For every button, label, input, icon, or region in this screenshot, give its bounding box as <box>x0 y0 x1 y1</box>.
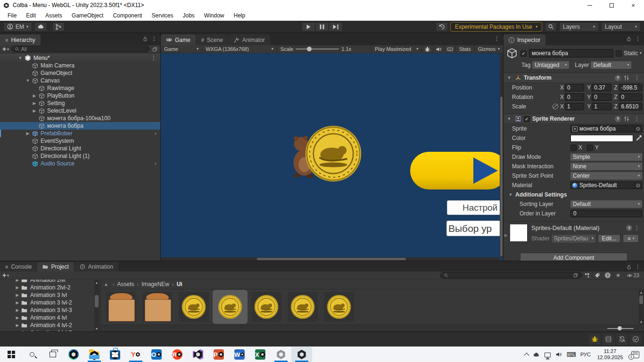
taskbar-app[interactable] <box>291 347 312 362</box>
scale-slider-thumb[interactable] <box>307 47 312 51</box>
gameobject-icon[interactable] <box>506 48 518 59</box>
asset-scrollbar[interactable]: ▲ ▼ <box>639 290 644 324</box>
layers-dropdown[interactable]: Layers▾ <box>559 22 599 32</box>
x-field[interactable]: 0 <box>565 93 584 101</box>
foldout-arrow[interactable] <box>31 108 38 113</box>
undo-history-button[interactable] <box>436 22 448 32</box>
tag-dropdown[interactable]: Untagged▾ <box>532 61 569 69</box>
menu-item[interactable]: Jobs <box>178 12 199 19</box>
folder-item[interactable]: Animation 4 lvl <box>0 314 100 321</box>
search-by-label-button[interactable] <box>592 272 603 279</box>
notification-center-icon[interactable]: 1 <box>631 351 639 358</box>
hidden-packages-toggle[interactable]: 23 <box>623 272 642 279</box>
task-view-button[interactable] <box>42 347 63 362</box>
asset-thumbnail[interactable] <box>288 292 318 322</box>
hierarchy-item[interactable]: Directional Light › <box>0 145 160 152</box>
asset-thumbnail[interactable] <box>215 292 245 322</box>
create-object-button[interactable]: +▾ <box>2 46 9 52</box>
y-field[interactable]: 0.37 <box>592 84 611 91</box>
asset-thumbnail[interactable] <box>142 292 173 322</box>
debug-bug-button[interactable] <box>422 45 433 53</box>
foldout-arrow[interactable] <box>31 101 38 106</box>
taskbar-app[interactable]: X <box>250 347 271 362</box>
breadcrumb-item[interactable]: › Ui <box>172 281 182 288</box>
clock[interactable]: 11:27 12.09.2025 <box>595 348 625 361</box>
foldout-arrow[interactable] <box>14 308 21 313</box>
asset-thumbnail[interactable] <box>324 292 354 322</box>
presets-icon[interactable] <box>623 74 630 81</box>
scrollbar-thumb[interactable] <box>639 296 643 304</box>
sprite-sort-point-dropdown[interactable]: Center▾ <box>570 172 642 180</box>
foldout-arrow[interactable] <box>506 75 512 80</box>
scroll-down-arrow[interactable]: ▼ <box>639 320 644 324</box>
folder-item[interactable]: Animation 3 lvl-3 <box>0 306 100 314</box>
lock-icon[interactable] <box>626 264 632 270</box>
volume-icon[interactable] <box>555 351 562 358</box>
z-field[interactable]: 6.6510 <box>619 103 642 110</box>
menu-item[interactable]: Component <box>108 12 147 19</box>
taskbar-app[interactable]: Я <box>167 347 188 362</box>
sorting-layer-dropdown[interactable]: Default▾ <box>570 200 642 208</box>
taskbar-search-button[interactable] <box>22 347 42 362</box>
cache-server-button[interactable] <box>603 334 614 345</box>
kebab-menu-icon[interactable]: ⋮ <box>632 225 642 231</box>
search-in-window-icon[interactable] <box>573 272 578 278</box>
favorites-button[interactable]: ★ <box>613 272 623 279</box>
taskbar-app[interactable] <box>188 347 208 362</box>
game-horizontal-scrollbar[interactable] <box>161 257 500 261</box>
tray-expand-chevron-icon[interactable] <box>524 353 529 358</box>
one-column-toggle-icon[interactable]: ▲ <box>102 282 110 287</box>
hierarchy-item[interactable]: Audio Source › <box>0 160 160 167</box>
scroll-down-arrow[interactable]: ▼ <box>94 326 99 331</box>
foldout-arrow[interactable] <box>14 280 21 282</box>
scale-slider[interactable] <box>296 47 339 51</box>
taskbar-app[interactable]: P <box>208 347 229 362</box>
transform-header[interactable]: Transform ? ⋮ <box>504 73 644 83</box>
background-tasks-button[interactable] <box>630 334 642 345</box>
foldout-arrow[interactable]: ▶ <box>504 233 508 238</box>
touch-keyboard-icon[interactable]: ⌨ <box>567 351 576 358</box>
folder-item[interactable]: Animation 4 lvl-3 <box>0 329 100 331</box>
settings-button[interactable]: Настрой <box>447 200 502 215</box>
menu-item[interactable]: Edit <box>21 12 41 19</box>
component-enabled-checkbox[interactable]: ✓ <box>524 116 530 122</box>
foldout-arrow[interactable] <box>14 300 21 305</box>
language-indicator[interactable]: РУС <box>580 352 591 357</box>
edit-shader-button[interactable]: Edit... <box>598 234 621 243</box>
sprite-renderer-header[interactable]: ✓ Sprite Renderer ? ⋮ <box>504 114 644 124</box>
scrollbar-thumb[interactable] <box>257 258 406 260</box>
material-object-field[interactable]: Sprites-Default ⊙ <box>570 181 642 189</box>
active-checkbox[interactable]: ✓ <box>520 50 527 57</box>
object-picker-icon[interactable]: ⊙ <box>634 126 640 132</box>
static-checkbox[interactable] <box>616 50 622 57</box>
x-field[interactable]: 1 <box>565 103 584 110</box>
asset-tile[interactable] <box>142 292 173 322</box>
restore-button[interactable] <box>601 0 622 10</box>
bottom-tab[interactable]: ≡ Animation <box>74 262 118 272</box>
scrollbar-thumb[interactable] <box>95 295 99 307</box>
flip-y-checkbox[interactable] <box>587 145 593 151</box>
stats-button[interactable]: Stats <box>456 45 475 53</box>
x-field[interactable]: 0 <box>565 84 584 91</box>
asset-tile[interactable] <box>215 292 245 322</box>
gizmos-dropdown[interactable]: Gizmos▾ <box>475 45 503 53</box>
prefab-open-chevron[interactable]: › <box>155 160 158 167</box>
additional-settings-foldout[interactable]: Additional Settings <box>504 190 644 199</box>
kebab-menu-icon[interactable]: ⋮ <box>492 35 502 42</box>
scene-header[interactable]: Menu* ⋮ <box>0 54 160 62</box>
pause-button[interactable] <box>315 22 329 32</box>
kebab-menu-icon[interactable]: ⋮ <box>632 74 642 81</box>
y-field[interactable]: 1 <box>592 103 611 110</box>
resolution-dropdown[interactable]: WXGA (644x362)▾ <box>202 45 277 53</box>
kebab-menu-icon[interactable]: ⋮ <box>149 55 158 61</box>
foldout-arrow[interactable] <box>17 56 24 60</box>
folder-item[interactable]: Animation 2lvl <box>0 280 100 284</box>
display-dropdown[interactable]: Game▾ <box>161 45 202 53</box>
foldout-arrow[interactable] <box>31 93 38 98</box>
object-picker-icon[interactable]: ⊙ <box>634 182 640 189</box>
lock-icon[interactable] <box>142 36 148 42</box>
kebab-menu-icon[interactable]: ⋮ <box>633 35 643 42</box>
kebab-menu-icon[interactable]: ⋮ <box>149 35 159 42</box>
search-in-window-icon[interactable] <box>152 46 158 52</box>
hierarchy-item[interactable]: Setting › <box>0 99 160 107</box>
